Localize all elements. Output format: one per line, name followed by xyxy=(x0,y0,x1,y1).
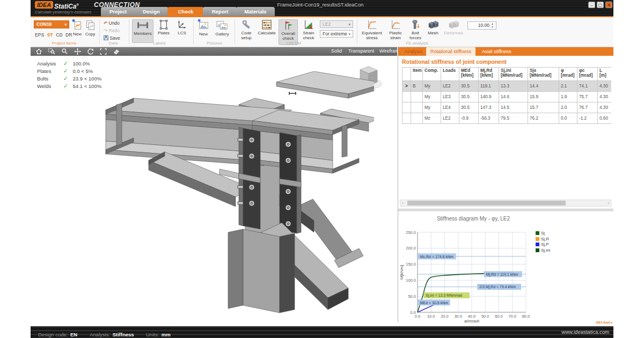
chart-legend: SjSj,RSj,PSj,ini xyxy=(536,231,550,253)
legend-item: Sj,ini xyxy=(536,248,550,254)
undo-button[interactable]: ↶ Undo xyxy=(104,20,120,26)
steel-joint-model[interactable] xyxy=(84,71,374,315)
zoom-window-icon[interactable] xyxy=(48,48,56,55)
tab-design[interactable]: Design xyxy=(134,7,169,16)
scroll-right-icon[interactable]: › xyxy=(608,200,609,206)
view-mode-solid[interactable]: Solid xyxy=(331,48,342,54)
view-mode-transparent[interactable]: Transparent xyxy=(348,48,374,54)
column-header[interactable]: L[m] xyxy=(598,68,612,81)
check-ok-icon: ✓ xyxy=(63,83,68,89)
plates-label: Plates xyxy=(158,31,170,35)
table-row[interactable]: MzLE2-0.9-56.379.576.20.0-1.20.6077.64.8 xyxy=(402,113,612,124)
eraser-icon[interactable] xyxy=(112,48,121,55)
scale-value: 10.00 xyxy=(478,23,489,28)
new-item-button[interactable]: New xyxy=(71,19,83,36)
summary-label: Welds xyxy=(37,83,62,89)
column-header[interactable]: Sjs[MNm/rad] xyxy=(528,68,559,81)
legend-swatch xyxy=(536,237,539,241)
table-cell: -56.3 xyxy=(479,113,499,124)
group-project-items: Project items xyxy=(36,41,92,46)
statica-logo-text: StatiCa® xyxy=(54,1,79,10)
table-cell: LE2 xyxy=(441,113,459,124)
tab-report[interactable]: Report xyxy=(203,7,237,16)
project-mode-row: EPS ST CD DR xyxy=(35,32,72,38)
svg-text:MEd = 30.5 kNm: MEd = 30.5 kNm xyxy=(420,301,448,305)
mode-cd[interactable]: CD xyxy=(56,32,63,38)
svg-text:10.0: 10.0 xyxy=(427,314,435,319)
legend-item: Sj,P xyxy=(536,242,550,248)
table-cell: 30.5 xyxy=(459,102,479,113)
column-header[interactable]: Loads xyxy=(441,68,459,81)
rotate-icon[interactable] xyxy=(86,48,95,55)
table-cell: 75.7 xyxy=(577,92,598,102)
zoom-extents-icon[interactable] xyxy=(99,48,108,55)
equivalent-stress-button[interactable]: Equivalent stress xyxy=(360,19,384,45)
svg-text:200.0: 200.0 xyxy=(406,246,416,251)
maximize-button[interactable]: ▢ xyxy=(597,2,604,8)
column-header[interactable]: φc[mrad] xyxy=(577,68,598,81)
code-setup-label: Code setup xyxy=(241,31,252,40)
tab-rotational-stiffness[interactable]: Rotational stiffness xyxy=(426,47,475,56)
table-cell: 13.3 xyxy=(499,81,528,92)
stiffness-table-wrap: ItemComp.LoadsMEd[kNm]Mj,Rd[kNm]Sj,ini[M… xyxy=(402,67,611,127)
load-case-value: LE2 xyxy=(323,21,331,27)
analysis-status: Analysis: Stiffness xyxy=(90,329,134,338)
table-cell: My xyxy=(423,81,441,92)
scale-spinner[interactable]: 10.00 ▲▼ xyxy=(467,21,496,30)
tab-analysis[interactable]: Analysis xyxy=(400,47,427,56)
members-toggle[interactable]: Members xyxy=(132,19,153,43)
save-icon xyxy=(104,35,108,40)
column-header[interactable]: Sj,ini[MNm/rad] xyxy=(499,68,528,81)
analysis-label: Analysis: xyxy=(90,332,110,337)
mesh-label: Mesh xyxy=(428,31,438,35)
brand-tagline: Calculate yesterday's estimates xyxy=(35,10,91,14)
table-cell: 4.30 xyxy=(598,92,612,102)
column-header[interactable]: Comp. xyxy=(423,68,441,81)
zoom-icon[interactable] xyxy=(61,48,69,55)
gallery-button[interactable]: Gallery xyxy=(213,19,231,36)
home-view-icon[interactable] xyxy=(35,48,43,55)
table-cell xyxy=(402,113,411,124)
scroll-left-icon[interactable]: ‹ xyxy=(402,200,404,206)
viewport-3d[interactable]: Analysis ✓ 100.0% Plates ✓ 0.0 < 5% Bolt… xyxy=(31,56,397,322)
project-item-combo[interactable]: CON19▾ xyxy=(34,20,69,28)
design-code-value: EN xyxy=(70,332,77,337)
column-header[interactable]: φ[mrad] xyxy=(559,68,577,81)
group-labels: Labels xyxy=(138,41,181,46)
tab-check[interactable]: Check xyxy=(167,7,204,16)
extreme-combo[interactable]: For extreme▾ xyxy=(320,30,353,38)
table-row[interactable]: >BMyLE230.5119.113.314.42.174.14.3030.31… xyxy=(402,81,612,92)
pan-icon[interactable] xyxy=(74,48,82,55)
website-link[interactable]: www.ideastatica.com xyxy=(561,329,609,335)
plates-toggle[interactable]: Plates xyxy=(155,19,172,43)
tab-materials[interactable]: Materials xyxy=(236,7,275,16)
picture-new-button[interactable]: New xyxy=(196,19,210,36)
load-case-combo[interactable]: LE2▾ xyxy=(320,20,353,28)
tab-axial-stiffness[interactable]: Axial stiffness xyxy=(478,47,516,56)
table-row[interactable]: MyLE330.5140.914.615.91.975.74.3030.31.9 xyxy=(402,92,612,102)
new-item-label: New xyxy=(73,32,82,36)
scrollbar-thumb[interactable] xyxy=(407,201,566,205)
deformed-label: Deformed xyxy=(444,31,463,35)
close-button[interactable]: ✕ xyxy=(605,2,612,8)
minimize-button[interactable]: – xyxy=(588,2,595,8)
column-header[interactable]: Item xyxy=(411,68,423,81)
code-setup-button[interactable]: Code setup xyxy=(238,19,255,45)
equivalent-stress-icon xyxy=(367,19,377,30)
mode-st[interactable]: ST xyxy=(47,32,53,38)
bolt-forces-label: Bolt forces xyxy=(409,31,421,40)
column-header[interactable] xyxy=(402,68,411,81)
lcs-toggle[interactable]: LCS xyxy=(174,19,190,43)
spinner-arrows-icon[interactable]: ▲▼ xyxy=(491,22,494,28)
column-header[interactable]: Mj,Rd[kNm] xyxy=(479,68,499,81)
horizontal-scrollbar[interactable]: ‹ › xyxy=(400,200,611,207)
copy-icon xyxy=(85,19,96,31)
copy-item-button[interactable]: Copy xyxy=(84,19,97,36)
save-button[interactable]: Save xyxy=(104,35,120,41)
mode-eps[interactable]: EPS xyxy=(35,32,45,38)
column-header[interactable]: MEd[kNm] xyxy=(459,68,479,81)
redo-button[interactable]: ↷ Redo xyxy=(104,28,120,33)
table-row[interactable]: MyLE430.5147.314.515.72.076.74.3030.31.9 xyxy=(402,102,612,113)
mini-logo: IDEA StatiCa xyxy=(596,321,612,324)
tab-project[interactable]: Project xyxy=(101,7,135,16)
